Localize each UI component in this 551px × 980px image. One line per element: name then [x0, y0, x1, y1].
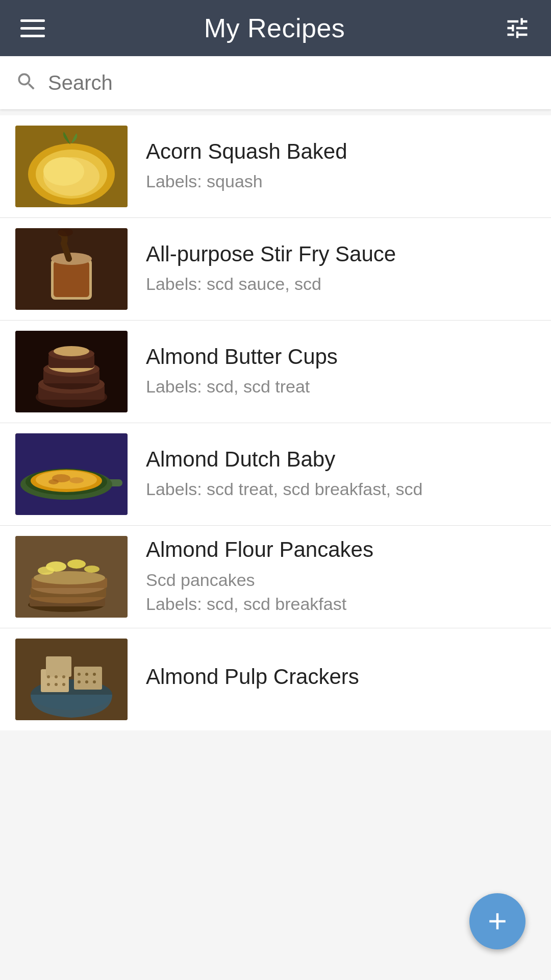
recipe-info: All-purpose Stir Fry Sauce Labels: scd s… [128, 241, 536, 297]
app-header: My Recipes [0, 0, 551, 56]
svg-point-53 [78, 673, 81, 676]
list-item[interactable]: Almond Flour Pancakes Scd pancakes Label… [0, 526, 551, 628]
svg-point-57 [85, 680, 88, 683]
svg-point-20 [54, 346, 89, 356]
recipe-info: Acorn Squash Baked Labels: squash [128, 139, 536, 194]
svg-point-41 [84, 566, 99, 573]
recipe-list: Acorn Squash Baked Labels: squash All-pu… [0, 115, 551, 730]
recipe-labels: Labels: scd, scd treat [146, 375, 536, 399]
plus-icon [484, 908, 511, 935]
recipe-info: Almond Butter Cups Labels: scd, scd trea… [128, 344, 536, 399]
recipe-name: Almond Flour Pancakes [146, 537, 536, 562]
svg-point-52 [62, 683, 65, 686]
svg-point-51 [55, 683, 58, 686]
recipe-thumbnail [15, 536, 128, 618]
recipe-info: Almond Flour Pancakes Scd pancakes Label… [128, 537, 536, 617]
recipe-labels: Labels: scd sauce, scd [146, 272, 536, 297]
svg-point-48 [55, 675, 58, 678]
recipe-thumbnail [15, 433, 128, 515]
list-item[interactable]: Almond Pulp Crackers [0, 628, 551, 730]
add-recipe-button[interactable] [469, 893, 525, 949]
svg-point-56 [78, 680, 81, 683]
recipe-labels: Scd pancakes Labels: scd, scd breakfast [146, 568, 536, 617]
svg-point-4 [43, 157, 84, 186]
recipe-thumbnail [15, 126, 128, 207]
svg-point-58 [93, 680, 96, 683]
list-item[interactable]: Acorn Squash Baked Labels: squash [0, 115, 551, 218]
svg-rect-46 [46, 656, 71, 677]
recipe-thumbnail [15, 331, 128, 412]
svg-rect-7 [54, 261, 89, 297]
recipe-info: Almond Pulp Crackers [128, 664, 536, 695]
svg-point-39 [67, 559, 86, 569]
page-title: My Recipes [204, 13, 345, 43]
recipe-name: All-purpose Stir Fry Sauce [146, 241, 536, 267]
recipe-labels: Labels: scd treat, scd breakfast, scd [146, 477, 536, 502]
search-bar [0, 56, 551, 109]
filter-button[interactable] [504, 15, 531, 41]
list-item[interactable]: Almond Butter Cups Labels: scd, scd trea… [0, 321, 551, 423]
svg-point-49 [62, 675, 65, 678]
search-input[interactable] [48, 71, 536, 94]
svg-point-47 [47, 675, 50, 678]
svg-point-55 [93, 673, 96, 676]
recipe-name: Almond Dutch Baby [146, 447, 536, 472]
list-item[interactable]: All-purpose Stir Fry Sauce Labels: scd s… [0, 218, 551, 321]
search-icon [15, 70, 38, 95]
recipe-info: Almond Dutch Baby Labels: scd treat, scd… [128, 447, 536, 502]
svg-rect-45 [74, 667, 102, 690]
recipe-thumbnail [15, 639, 128, 720]
recipe-thumbnail [15, 228, 128, 310]
svg-point-29 [48, 479, 59, 484]
svg-point-50 [47, 683, 50, 686]
recipe-name: Acorn Squash Baked [146, 139, 536, 164]
svg-point-28 [69, 477, 84, 483]
svg-point-54 [85, 673, 88, 676]
recipe-labels: Labels: squash [146, 169, 536, 194]
recipe-name: Almond Pulp Crackers [146, 664, 536, 690]
svg-point-9 [58, 228, 73, 236]
recipe-name: Almond Butter Cups [146, 344, 536, 370]
filter-sliders-icon [504, 15, 531, 41]
list-item[interactable]: Almond Dutch Baby Labels: scd treat, scd… [0, 423, 551, 526]
svg-point-40 [38, 567, 54, 575]
hamburger-menu-button[interactable] [20, 19, 45, 37]
